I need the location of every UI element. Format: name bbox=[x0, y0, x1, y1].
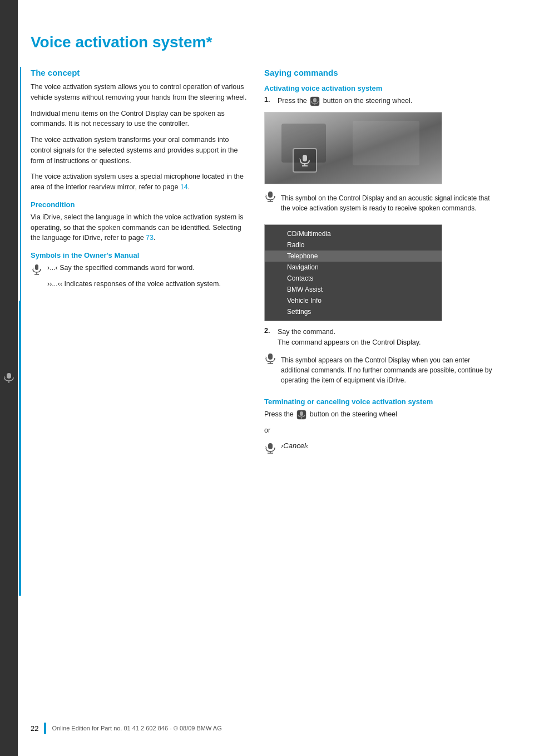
saying-commands-heading: Saying commands bbox=[264, 68, 498, 77]
mic-caption-icon-1 bbox=[264, 190, 276, 203]
steering-wheel-button-icon-2 bbox=[296, 410, 306, 420]
caption-1: This symbol on the Control Display and a… bbox=[281, 193, 498, 213]
step2-number: 2. bbox=[264, 327, 273, 348]
menu-item-bmw-assist[interactable]: BMW Assist bbox=[265, 284, 442, 295]
footer: 22 Online Edition for Part no. 01 41 2 6… bbox=[0, 723, 534, 734]
terminating-heading: Terminating or canceling voice activatio… bbox=[264, 397, 498, 406]
symbol-block-1: ›...‹ Say the specified commands word fo… bbox=[31, 263, 248, 276]
left-column: The concept The voice activation system … bbox=[31, 68, 248, 458]
step1-number: 1. bbox=[264, 96, 273, 106]
terminating-or: or bbox=[264, 425, 498, 436]
right-column: Saying commands Activating voice activat… bbox=[264, 68, 498, 458]
svg-rect-10 bbox=[268, 192, 273, 198]
svg-rect-13 bbox=[7, 373, 11, 379]
step2-caption-block: This symbol appears on the Control Displ… bbox=[264, 352, 498, 391]
svg-rect-5 bbox=[313, 98, 317, 102]
footer-text: Online Edition for Part no. 01 41 2 602 … bbox=[52, 725, 221, 732]
svg-rect-3 bbox=[31, 279, 43, 292]
terminating-text: Press the button on the steering wheel bbox=[264, 409, 498, 420]
step2-caption: This symbol appears on the Control Displ… bbox=[281, 355, 498, 385]
menu-item-cd[interactable]: CD/Multimedia bbox=[265, 228, 442, 239]
precondition-text: Via iDrive, select the language in which… bbox=[31, 212, 248, 243]
caption-block-1: This symbol on the Control Display and a… bbox=[264, 190, 498, 219]
menu-item-radio[interactable]: Radio bbox=[265, 239, 442, 251]
step2-content: Say the command. The command appears on … bbox=[278, 327, 421, 348]
menu-item-navigation[interactable]: Navigation bbox=[265, 262, 442, 273]
step-1: 1. Press the button on the steering whee… bbox=[264, 96, 498, 106]
concept-para3: The voice activation system transforms y… bbox=[31, 135, 248, 166]
step-2: 2. Say the command. The command appears … bbox=[264, 327, 498, 348]
concept-para4: The voice activation system uses a speci… bbox=[31, 171, 248, 193]
menu-left-bar bbox=[0, 0, 18, 756]
page-title: Voice activation system* bbox=[31, 33, 517, 51]
precondition-heading: Precondition bbox=[31, 200, 248, 209]
activating-heading: Activating voice activation system bbox=[264, 84, 498, 92]
step1-content: Press the button on the steering wheel. bbox=[278, 96, 412, 106]
mic-caption-icon-2 bbox=[264, 352, 276, 365]
page-number: 22 bbox=[31, 724, 38, 733]
symbol2-text: ››...‹‹ Indicates responses of the voice… bbox=[47, 279, 221, 289]
mic-icon-1 bbox=[31, 263, 43, 276]
menu-mic-icon bbox=[3, 372, 14, 384]
page-ref-14[interactable]: 14 bbox=[180, 183, 188, 191]
footer-bar bbox=[44, 723, 46, 734]
svg-rect-19 bbox=[300, 411, 303, 416]
symbol-block-2: ››...‹‹ Indicates responses of the voice… bbox=[31, 279, 248, 292]
concept-para2: Individual menu items on the Control Dis… bbox=[31, 109, 248, 130]
menu-screenshot: CD/Multimedia Radio Telephone Navigation… bbox=[264, 224, 442, 321]
menu-item-telephone[interactable]: Telephone bbox=[265, 251, 442, 262]
svg-rect-21 bbox=[268, 443, 273, 449]
symbols-heading: Symbols in the Owner's Manual bbox=[31, 251, 248, 259]
steering-wheel-button-icon-1 bbox=[310, 96, 320, 106]
car-interior-screenshot bbox=[264, 112, 442, 184]
svg-rect-7 bbox=[303, 155, 307, 161]
svg-rect-0 bbox=[35, 264, 38, 270]
concept-para1: The voice activation system allows you t… bbox=[31, 82, 248, 103]
menu-item-vehicle-info[interactable]: Vehicle Info bbox=[265, 295, 442, 306]
mic-cancel-icon bbox=[264, 442, 276, 454]
concept-heading: The concept bbox=[31, 68, 248, 77]
menu-item-contacts[interactable]: Contacts bbox=[265, 273, 442, 284]
mic-overlay-icon bbox=[298, 154, 312, 167]
cancel-command: ›Cancel‹ bbox=[281, 441, 308, 450]
symbol1-text: ›...‹ Say the specified commands word fo… bbox=[47, 263, 195, 273]
menu-item-settings[interactable]: Settings bbox=[265, 306, 442, 317]
svg-rect-15 bbox=[268, 354, 273, 360]
page-ref-73[interactable]: 73 bbox=[146, 234, 154, 242]
cancel-block: ›Cancel‹ bbox=[264, 441, 498, 454]
